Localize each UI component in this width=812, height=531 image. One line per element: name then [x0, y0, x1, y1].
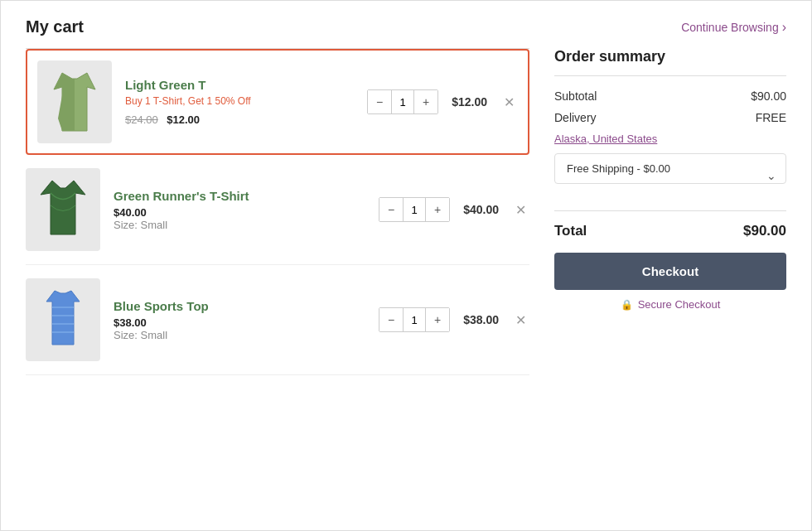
qty-increase-green-runners-tshirt[interactable]: + [426, 198, 449, 221]
remove-item-green-runners-tshirt[interactable]: ✕ [512, 199, 529, 221]
item-name-green-runners-tshirt: Green Runner's T-Shirt [114, 189, 365, 203]
item-quantity-wrapper-blue-sports-top: − 1 + $38.00 ✕ [379, 307, 529, 332]
qty-value-blue-sports-top: 1 [403, 308, 426, 331]
qty-decrease-green-runners-tshirt[interactable]: − [379, 198, 403, 221]
cart-item-light-green-t: Light Green T Buy 1 T-Shirt, Get 1 50% O… [26, 49, 529, 155]
secure-checkout[interactable]: 🔒 Secure Checkout [554, 298, 786, 311]
shipping-select[interactable]: Free Shipping - $0.00 Standard - $5.00 E… [554, 153, 786, 184]
qty-control-blue-sports-top: − 1 + [379, 307, 450, 332]
lock-icon: 🔒 [621, 299, 633, 311]
delivery-row: Delivery FREE [554, 111, 786, 124]
continue-browsing-link[interactable]: Continue Browsing [681, 20, 786, 35]
item-image-green-runners-tshirt [26, 168, 100, 251]
item-size-green-runners-tshirt: Size: Small [114, 219, 365, 231]
main-content: Light Green T Buy 1 T-Shirt, Get 1 50% O… [26, 48, 786, 514]
item-details-light-green-t: Light Green T Buy 1 T-Shirt, Get 1 50% O… [125, 78, 354, 127]
qty-increase-blue-sports-top[interactable]: + [426, 308, 449, 331]
cart-section: Light Green T Buy 1 T-Shirt, Get 1 50% O… [26, 48, 529, 514]
item-quantity-wrapper-light-green-t: − 1 + $12.00 ✕ [367, 89, 518, 114]
item-details-blue-sports-top: Blue Sports Top $38.00 Size: Small [114, 299, 365, 341]
delivery-label: Delivery [554, 111, 597, 124]
total-label: Total [554, 223, 587, 239]
delivery-value: FREE [756, 111, 786, 124]
item-original-price-light-green-t: $24.00 [125, 113, 158, 126]
cart-item-green-runners-tshirt: Green Runner's T-Shirt $40.00 Size: Smal… [26, 155, 529, 265]
summary-top-divider [554, 75, 786, 76]
qty-decrease-blue-sports-top[interactable]: − [379, 308, 403, 331]
secure-checkout-label: Secure Checkout [638, 298, 721, 311]
item-details-green-runners-tshirt: Green Runner's T-Shirt $40.00 Size: Smal… [114, 189, 365, 231]
qty-value-green-runners-tshirt: 1 [403, 198, 426, 221]
item-line-price-green-runners-tshirt: $40.00 [463, 203, 499, 216]
subtotal-value: $90.00 [751, 89, 786, 103]
item-pricing-light-green-t: $24.00 $12.00 [125, 112, 354, 127]
page-title: My cart [26, 17, 84, 36]
qty-value-light-green-t: 1 [391, 90, 414, 113]
item-name-blue-sports-top: Blue Sports Top [114, 299, 365, 313]
total-row: Total $90.00 [554, 223, 786, 239]
item-price-green-runners-tshirt: $40.00 [114, 206, 365, 219]
svg-marker-3 [46, 291, 80, 345]
item-line-price-blue-sports-top: $38.00 [463, 313, 499, 326]
item-current-price-light-green-t: $12.00 [167, 113, 200, 126]
shipping-select-wrapper[interactable]: Free Shipping - $0.00 Standard - $5.00 E… [554, 153, 786, 197]
order-summary-title: Order summary [554, 48, 786, 65]
cart-header: My cart Continue Browsing [26, 17, 786, 36]
item-promo-light-green-t: Buy 1 T-Shirt, Get 1 50% Off [125, 95, 354, 107]
remove-item-light-green-t[interactable]: ✕ [500, 91, 518, 113]
remove-item-blue-sports-top[interactable]: ✕ [512, 309, 529, 331]
subtotal-row: Subtotal $90.00 [554, 89, 786, 103]
svg-marker-1 [54, 73, 75, 131]
item-line-price-light-green-t: $12.00 [452, 95, 487, 109]
qty-decrease-light-green-t[interactable]: − [368, 90, 391, 113]
item-image-light-green-t [37, 60, 112, 143]
summary-bottom-divider [554, 210, 786, 211]
qty-control-light-green-t: − 1 + [367, 89, 438, 114]
item-quantity-wrapper-green-runners-tshirt: − 1 + $40.00 ✕ [379, 197, 529, 222]
item-image-blue-sports-top [26, 278, 100, 361]
item-name-light-green-t: Light Green T [125, 78, 354, 92]
total-value: $90.00 [743, 223, 786, 239]
checkout-button[interactable]: Checkout [554, 253, 786, 290]
qty-increase-light-green-t[interactable]: + [414, 90, 437, 113]
location-link[interactable]: Alaska, United States [554, 133, 786, 145]
item-size-blue-sports-top: Size: Small [114, 329, 365, 341]
svg-marker-2 [41, 181, 85, 234]
item-price-blue-sports-top: $38.00 [114, 316, 365, 329]
order-summary: Order summary Subtotal $90.00 Delivery F… [554, 48, 786, 514]
subtotal-label: Subtotal [554, 89, 597, 103]
cart-item-blue-sports-top: Blue Sports Top $38.00 Size: Small − 1 +… [26, 265, 529, 375]
qty-control-green-runners-tshirt: − 1 + [379, 197, 450, 222]
